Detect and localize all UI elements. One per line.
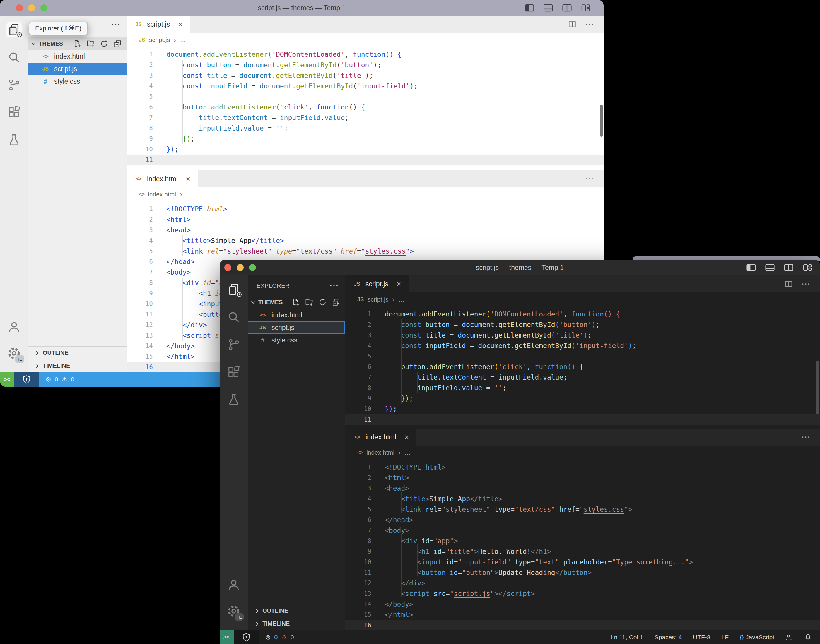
extensions-icon[interactable] xyxy=(226,365,241,380)
breadcrumb-more[interactable]: … xyxy=(180,36,186,43)
split-editor-layout-icon[interactable] xyxy=(784,263,794,272)
code-line[interactable]: 13 <script src="script.js"></script> xyxy=(345,588,820,599)
code-line[interactable]: 12 </div> xyxy=(345,578,820,588)
code-line[interactable]: 1<!DOCTYPE html> xyxy=(126,204,603,214)
breadcrumb[interactable]: <> index.html › … xyxy=(345,446,820,460)
file-row-style-css[interactable]: # style.css xyxy=(248,334,345,347)
settings-gear-icon[interactable]: TE xyxy=(226,604,241,619)
code-line[interactable]: 11 xyxy=(126,155,603,165)
file-row-index-html[interactable]: <> index.html xyxy=(248,309,345,321)
code-line[interactable]: 11 xyxy=(345,414,820,425)
code-line[interactable]: 15</html> xyxy=(345,609,820,620)
split-editor-icon[interactable] xyxy=(784,279,793,288)
file-row-style-css[interactable]: # style.css xyxy=(28,75,126,88)
tab-index-html[interactable]: <> index.html × xyxy=(345,429,416,446)
file-row-script-js[interactable]: JS script.js xyxy=(248,321,345,334)
new-file-icon[interactable] xyxy=(73,40,81,48)
breadcrumb[interactable]: JS script.js › … xyxy=(345,293,820,307)
code-line[interactable]: 1document.addEventListener('DOMContentLo… xyxy=(126,49,603,60)
code-editor-script-js[interactable]: 1document.addEventListener('DOMContentLo… xyxy=(345,307,820,429)
editor-more-icon[interactable]: ··· xyxy=(802,280,811,288)
source-control-icon[interactable] xyxy=(226,337,241,352)
customize-layout-icon[interactable] xyxy=(581,3,591,12)
tab-script-js[interactable]: JS script.js × xyxy=(345,276,408,293)
tab-script-js[interactable]: JS script.js × xyxy=(126,16,190,33)
tab-index-html[interactable]: <> index.html × xyxy=(126,170,198,187)
bell-icon[interactable] xyxy=(804,633,812,641)
shield-icon[interactable] xyxy=(234,630,259,644)
code-line[interactable]: 7 title.textContent = inputField.value; xyxy=(126,112,603,123)
warning-icon[interactable]: ⚠ xyxy=(61,376,68,383)
accounts-icon[interactable] xyxy=(226,577,241,592)
code-line[interactable]: 3 const title = document.getElementById(… xyxy=(126,70,603,81)
error-count[interactable]: 0 xyxy=(274,634,278,641)
new-folder-icon[interactable] xyxy=(86,40,95,48)
code-line[interactable]: 4 <title>Simple App</title> xyxy=(126,235,603,246)
code-line[interactable]: 3<head> xyxy=(126,225,603,235)
feedback-icon[interactable] xyxy=(785,633,793,641)
timeline-section[interactable]: TIMELINE xyxy=(28,359,126,372)
warning-count[interactable]: 0 xyxy=(71,376,74,383)
eol-setting[interactable]: LF xyxy=(722,634,729,641)
split-editor-layout-icon[interactable] xyxy=(562,3,572,12)
code-line[interactable]: 4 const inputField = document.getElement… xyxy=(345,340,820,351)
code-line[interactable]: 6 button.addEventListener('click', funct… xyxy=(126,102,603,112)
titlebar[interactable]: script.js — themes — Temp 1 xyxy=(220,260,820,276)
refresh-icon[interactable] xyxy=(100,40,108,48)
remote-indicator[interactable]: >< xyxy=(220,630,234,644)
extensions-icon[interactable] xyxy=(6,105,21,120)
indentation-setting[interactable]: Spaces: 4 xyxy=(654,634,682,641)
code-line[interactable]: 3<head> xyxy=(345,483,820,494)
code-line[interactable]: 14</body> xyxy=(345,599,820,609)
code-line[interactable]: 5 <link rel="stylesheet" type="text/css"… xyxy=(345,504,820,515)
code-line[interactable]: 4 const inputField = document.getElement… xyxy=(126,81,603,91)
code-line[interactable]: 7<body> xyxy=(345,525,820,536)
new-file-icon[interactable] xyxy=(292,298,300,307)
collapse-all-icon[interactable] xyxy=(113,40,122,48)
code-line[interactable]: 10}); xyxy=(345,404,820,414)
error-count[interactable]: 0 xyxy=(54,376,58,383)
code-line[interactable]: 2<html> xyxy=(126,214,603,225)
code-editor-script-js[interactable]: 1document.addEventListener('DOMContentLo… xyxy=(126,47,603,170)
explorer-icon[interactable] xyxy=(226,282,241,297)
code-line[interactable]: 2<html> xyxy=(345,472,820,483)
code-line[interactable]: 6 button.addEventListener('click', funct… xyxy=(345,362,820,372)
code-line[interactable]: 8 inputField.value = ''; xyxy=(345,383,820,393)
themes-section-header[interactable]: THEMES xyxy=(248,295,345,309)
code-line[interactable]: 9 }); xyxy=(126,133,603,144)
close-icon[interactable]: × xyxy=(404,432,409,442)
error-icon[interactable]: ⊗ xyxy=(265,633,270,641)
code-line[interactable]: 9 <h1 id="title">Hello, World!</h1> xyxy=(345,546,820,557)
toggle-panel-icon[interactable] xyxy=(543,3,553,12)
file-row-script-js[interactable]: JS script.js xyxy=(28,63,126,75)
breadcrumb[interactable]: JS script.js › … xyxy=(126,33,603,47)
code-line[interactable]: 2 const button = document.getElementById… xyxy=(345,319,820,330)
encoding[interactable]: UTF-8 xyxy=(693,634,711,641)
split-editor-icon[interactable] xyxy=(568,20,577,29)
test-beaker-icon[interactable] xyxy=(6,132,21,147)
code-line[interactable]: 5 xyxy=(126,91,603,102)
sidebar-more-icon[interactable]: ··· xyxy=(111,20,121,29)
toggle-sidebar-icon[interactable] xyxy=(525,3,534,12)
code-line[interactable]: 4 <title>Simple App</title> xyxy=(345,494,820,504)
code-line[interactable]: 16 xyxy=(345,620,820,630)
warning-count[interactable]: 0 xyxy=(290,634,294,641)
breadcrumb-more[interactable]: … xyxy=(404,449,411,456)
code-line[interactable]: 7 title.textContent = inputField.value; xyxy=(345,372,820,383)
source-control-icon[interactable] xyxy=(6,77,21,92)
customize-layout-icon[interactable] xyxy=(802,263,812,272)
new-folder-icon[interactable] xyxy=(305,298,313,307)
timeline-section[interactable]: TIMELINE xyxy=(248,617,345,630)
editor-more-icon[interactable]: ··· xyxy=(585,20,594,28)
titlebar[interactable]: script.js — themes — Temp 1 xyxy=(0,0,603,16)
code-line[interactable]: 8 <div id="app"> xyxy=(345,536,820,546)
file-row-index-html[interactable]: <> index.html xyxy=(28,50,126,63)
outline-section[interactable]: OUTLINE xyxy=(248,604,345,617)
code-line[interactable]: 1document.addEventListener('DOMContentLo… xyxy=(345,309,820,319)
cursor-position[interactable]: Ln 11, Col 1 xyxy=(611,634,643,641)
code-line[interactable]: 9 }); xyxy=(345,393,820,404)
language-mode[interactable]: {} JavaScript xyxy=(740,634,774,641)
settings-gear-icon[interactable]: TE xyxy=(6,346,21,361)
code-line[interactable]: 11 <button id="button">Update Heading</b… xyxy=(345,567,820,578)
code-line[interactable]: 6</head> xyxy=(345,515,820,525)
